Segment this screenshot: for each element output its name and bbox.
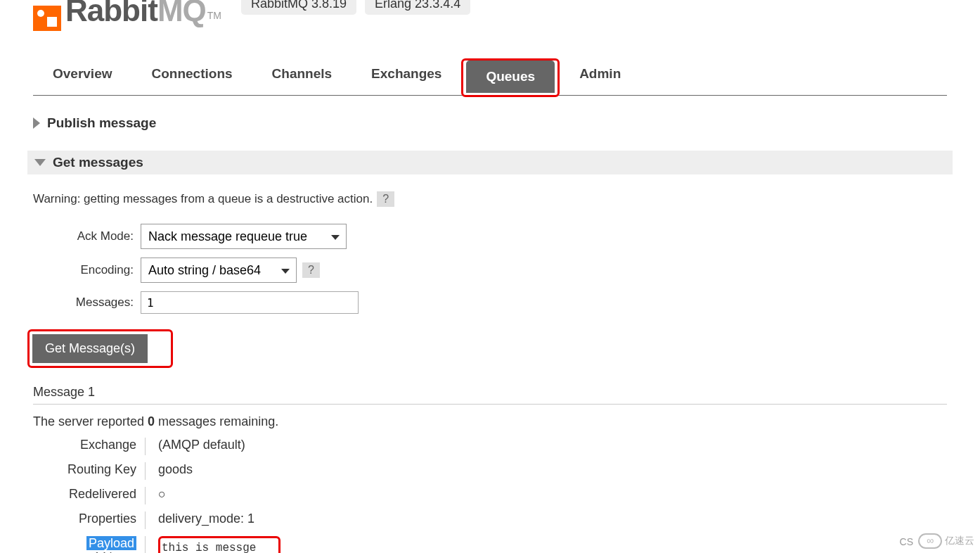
section-get-messages: Get messages Warning: getting messages f… [33, 151, 947, 553]
exchange-label: Exchange [33, 438, 146, 455]
header-row: Rabbit MQ TM RabbitMQ 3.8.19 Erlang 23.3… [33, 0, 947, 35]
ack-mode-label: Ack Mode: [33, 229, 141, 243]
logo-text-2: MQ [157, 0, 206, 28]
messages-input[interactable] [141, 291, 359, 314]
tab-admin[interactable]: Admin [560, 56, 640, 95]
encoding-label: Encoding: [33, 263, 141, 277]
routing-key-value: goods [158, 462, 947, 480]
exchange-value: (AMQP default) [158, 438, 947, 455]
get-messages-button[interactable]: Get Message(s) [32, 334, 148, 363]
tab-overview[interactable]: Overview [33, 56, 132, 95]
encoding-select-wrap: Auto string / base64 [141, 258, 297, 283]
expanded-arrow-icon [34, 159, 46, 166]
ack-mode-select-wrap: Nack message requeue true [141, 224, 347, 249]
ack-mode-select[interactable]: Nack message requeue true [141, 224, 347, 249]
get-messages-toggle[interactable]: Get messages [27, 151, 953, 174]
rabbitmq-version-badge: RabbitMQ 3.8.19 [241, 0, 356, 15]
message-header: Message 1 [33, 385, 947, 405]
logo: Rabbit MQ TM [33, 0, 221, 35]
payload-label-cell: Payload 14 bytes Encoding: string [33, 536, 146, 553]
watermark-cs: CS [900, 536, 913, 547]
publish-message-title: Publish message [47, 115, 156, 131]
warning-help-button[interactable]: ? [377, 191, 394, 207]
section-publish-message: Publish message [33, 115, 947, 131]
remaining-count: 0 [148, 414, 155, 428]
tab-queues-highlight: Queues [461, 58, 560, 97]
messages-remaining: The server reported 0 messages remaining… [33, 414, 947, 429]
routing-key-label: Routing Key [33, 462, 146, 480]
tab-exchanges[interactable]: Exchanges [352, 56, 461, 95]
payload-value-cell: this is messge [158, 536, 947, 553]
payload-highlight-box: this is messge [158, 536, 281, 553]
payload-label: Payload [86, 536, 136, 550]
collapsed-arrow-icon [33, 117, 40, 129]
watermark-brand-text: 亿速云 [945, 535, 974, 547]
logo-text-1: Rabbit [65, 0, 157, 28]
redelivered-label: Redelivered [33, 487, 146, 504]
warning-text: Warning: getting messages from a queue i… [33, 192, 373, 206]
properties-key: delivery_mode: [158, 511, 244, 526]
get-messages-form: Ack Mode: Nack message requeue true Enco… [33, 224, 947, 314]
get-messages-button-highlight: Get Message(s) [27, 329, 173, 368]
tab-channels[interactable]: Channels [252, 56, 352, 95]
properties-val: 1 [247, 511, 254, 526]
remaining-pre: The server reported [33, 414, 148, 428]
get-messages-title: Get messages [53, 155, 143, 170]
properties-value: delivery_mode: 1 [158, 511, 947, 529]
encoding-help-button[interactable]: ? [302, 262, 320, 278]
redelivered-value: ○ [158, 487, 947, 504]
logo-trademark: TM [207, 10, 221, 21]
properties-label: Properties [33, 511, 146, 529]
tab-connections[interactable]: Connections [132, 56, 252, 95]
messages-label: Messages: [33, 295, 141, 310]
warning-row: Warning: getting messages from a queue i… [33, 191, 947, 207]
cloud-icon [918, 533, 942, 549]
publish-message-toggle[interactable]: Publish message [33, 115, 947, 131]
rabbitmq-logo-icon [33, 6, 61, 31]
tab-queues[interactable]: Queues [466, 61, 555, 93]
remaining-post: messages remaining. [155, 414, 278, 428]
main-tabs: Overview Connections Channels Exchanges … [33, 56, 947, 96]
erlang-version-badge: Erlang 23.3.4.4 [365, 0, 470, 15]
watermark-brand: 亿速云 [918, 533, 974, 549]
message-details-table: Exchange (AMQP default) Routing Key good… [33, 438, 947, 553]
payload-value: this is messge [162, 542, 256, 553]
encoding-select[interactable]: Auto string / base64 [141, 258, 297, 283]
